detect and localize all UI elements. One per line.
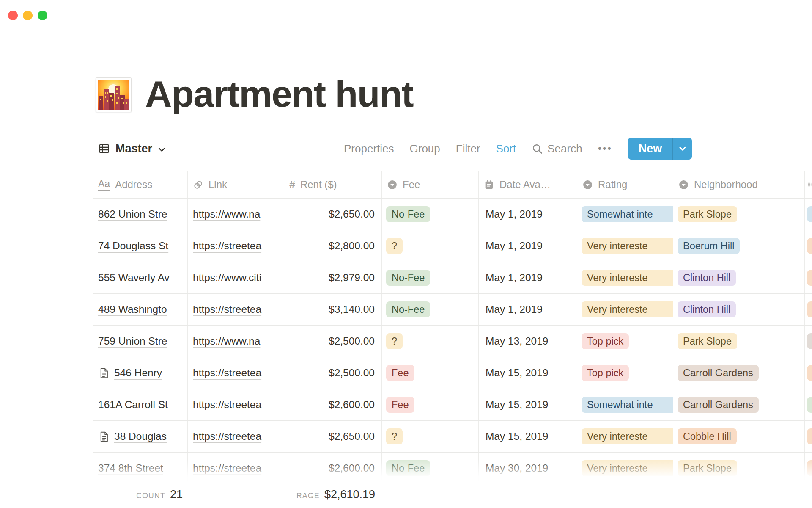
date-cell[interactable]: May 1, 2019 <box>479 294 577 325</box>
link-cell[interactable]: https://streetea <box>188 294 284 325</box>
address-cell[interactable]: 759 Union Stre <box>93 326 188 357</box>
link-cell[interactable]: https://www.citi <box>188 262 284 293</box>
link-cell[interactable]: https://www.na <box>188 199 284 230</box>
neighborhood-cell[interactable]: Park Slope <box>673 326 805 357</box>
address-cell[interactable]: 374 8th Street <box>93 453 188 483</box>
group-button[interactable]: Group <box>410 142 440 155</box>
address-cell[interactable]: 161A Carroll St <box>93 389 188 420</box>
date-cell[interactable]: May 1, 2019 <box>479 230 577 262</box>
neighborhood-cell[interactable]: Carroll Gardens <box>673 357 805 389</box>
neighborhood-cell[interactable]: Clinton Hill <box>673 294 805 325</box>
search-button[interactable]: Search <box>532 142 582 155</box>
neighborhood-cell[interactable]: Cobble Hill <box>673 421 805 452</box>
link-cell[interactable]: https://streetea <box>188 421 284 452</box>
rent-cell[interactable]: $2,650.00 <box>284 199 382 230</box>
address-cell[interactable]: 489 Washingto <box>93 294 188 325</box>
fee-cell[interactable]: Fee <box>382 389 479 420</box>
column-header-partial[interactable] <box>805 171 812 198</box>
offscreen-column-cell[interactable] <box>805 421 812 452</box>
fee-cell[interactable]: No-Fee <box>382 199 479 230</box>
offscreen-column-cell[interactable] <box>805 357 812 389</box>
sort-button[interactable]: Sort <box>496 142 516 155</box>
fee-cell[interactable]: No-Fee <box>382 453 479 483</box>
rating-cell[interactable]: Somewhat inte <box>577 389 673 420</box>
column-header-address[interactable]: Aa Address <box>93 171 188 198</box>
link-cell[interactable]: https://streetea <box>188 453 284 483</box>
close-window-button[interactable] <box>8 11 18 20</box>
tag: Very intereste <box>582 301 673 318</box>
date-cell[interactable]: May 15, 2019 <box>479 421 577 452</box>
column-header-rating[interactable]: Rating <box>577 171 673 198</box>
address-cell[interactable]: 74 Douglass St <box>93 230 188 262</box>
rating-cell[interactable]: Very intereste <box>577 294 673 325</box>
address-cell[interactable]: 546 Henry <box>93 357 188 389</box>
fee-cell[interactable]: ? <box>382 230 479 262</box>
page-icon[interactable] <box>96 77 132 112</box>
new-button[interactable]: New <box>628 138 673 160</box>
neighborhood-cell[interactable]: Carroll Gardens <box>673 389 805 420</box>
clipped-tag <box>807 301 812 318</box>
link-cell[interactable]: https://streetea <box>188 389 284 420</box>
minimize-window-button[interactable] <box>23 11 33 20</box>
fee-cell[interactable]: ? <box>382 326 479 357</box>
offscreen-column-cell[interactable] <box>805 199 812 230</box>
link-cell[interactable]: https://streetea <box>188 357 284 389</box>
column-header-fee[interactable]: Fee <box>382 171 479 198</box>
rating-cell[interactable]: Very intereste <box>577 421 673 452</box>
column-header-rent[interactable]: # Rent ($) <box>284 171 382 198</box>
address-cell[interactable]: 862 Union Stre <box>93 199 188 230</box>
new-button-caret[interactable] <box>673 138 692 160</box>
date-cell[interactable]: May 15, 2019 <box>479 357 577 389</box>
rent-cell[interactable]: $2,650.00 <box>284 421 382 452</box>
more-options-button[interactable]: ••• <box>598 143 612 155</box>
neighborhood-cell[interactable]: Clinton Hill <box>673 262 805 293</box>
view-switcher[interactable]: Master <box>98 136 166 161</box>
rating-cell[interactable]: Somewhat inte <box>577 199 673 230</box>
table-header-row: Aa Address Link # Rent ($) Fee <box>93 171 812 199</box>
table-row: 546 Henryhttps://streetea$2,500.00FeeMay… <box>93 357 812 389</box>
rent-cell[interactable]: $2,500.00 <box>284 326 382 357</box>
date-cell[interactable]: May 1, 2019 <box>479 199 577 230</box>
rating-cell[interactable]: Top pick <box>577 357 673 389</box>
neighborhood-cell[interactable]: Boerum Hill <box>673 230 805 262</box>
zoom-window-button[interactable] <box>38 11 47 20</box>
average-calc[interactable]: RAGE $2,610.19 <box>284 488 382 501</box>
offscreen-column-cell[interactable] <box>805 389 812 420</box>
rating-cell[interactable]: Very intereste <box>577 262 673 293</box>
offscreen-column-cell[interactable] <box>805 453 812 483</box>
rent-cell[interactable]: $2,500.00 <box>284 357 382 389</box>
fee-cell[interactable]: No-Fee <box>382 262 479 293</box>
rating-cell[interactable]: Very intereste <box>577 230 673 262</box>
offscreen-column-cell[interactable] <box>805 294 812 325</box>
column-header-link[interactable]: Link <box>188 171 284 198</box>
address-cell[interactable]: 555 Waverly Av <box>93 262 188 293</box>
count-calc[interactable]: COUNT 21 <box>93 488 188 501</box>
rating-cell[interactable]: Very intereste <box>577 453 673 483</box>
fee-cell[interactable]: ? <box>382 421 479 452</box>
date-cell[interactable]: May 13, 2019 <box>479 326 577 357</box>
neighborhood-cell[interactable]: Park Slope <box>673 199 805 230</box>
rating-cell[interactable]: Top pick <box>577 326 673 357</box>
offscreen-column-cell[interactable] <box>805 326 812 357</box>
date-cell[interactable]: May 15, 2019 <box>479 389 577 420</box>
column-header-date[interactable]: Date Ava… <box>479 171 577 198</box>
properties-button[interactable]: Properties <box>344 142 394 155</box>
rent-cell[interactable]: $2,600.00 <box>284 453 382 483</box>
rent-cell[interactable]: $2,800.00 <box>284 230 382 262</box>
link-cell[interactable]: https://www.na <box>188 326 284 357</box>
rent-cell[interactable]: $3,140.00 <box>284 294 382 325</box>
link-cell[interactable]: https://streetea <box>188 230 284 262</box>
filter-button[interactable]: Filter <box>456 142 480 155</box>
fee-cell[interactable]: No-Fee <box>382 294 479 325</box>
date-cell[interactable]: May 30, 2019 <box>479 453 577 483</box>
date-cell[interactable]: May 1, 2019 <box>479 262 577 293</box>
neighborhood-cell[interactable]: Park Slope <box>673 453 805 483</box>
rent-cell[interactable]: $2,600.00 <box>284 389 382 420</box>
offscreen-column-cell[interactable] <box>805 262 812 293</box>
column-header-neighborhood[interactable]: Neighborhood <box>673 171 805 198</box>
rent-cell[interactable]: $2,979.00 <box>284 262 382 293</box>
offscreen-column-cell[interactable] <box>805 230 812 262</box>
count-label: COUNT <box>136 491 165 500</box>
fee-cell[interactable]: Fee <box>382 357 479 389</box>
address-cell[interactable]: 38 Douglas <box>93 421 188 452</box>
